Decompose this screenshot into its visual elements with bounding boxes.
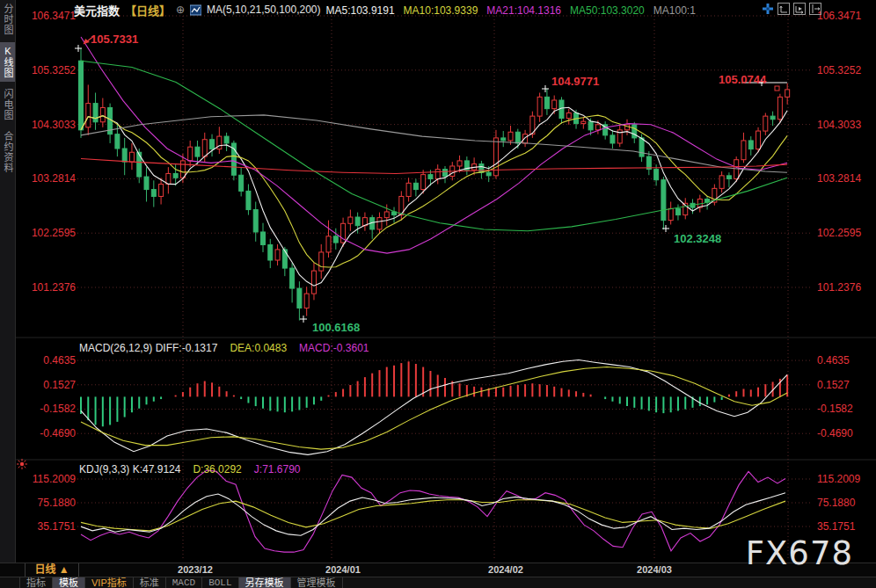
ma50-line bbox=[81, 61, 787, 231]
toolbar-item-5[interactable]: BOLL bbox=[201, 577, 237, 588]
annotation-1: 104.9771 bbox=[551, 75, 599, 88]
axis-label: 35.1751 bbox=[38, 520, 77, 533]
kdj-header-part-2: J:71.6790 bbox=[254, 463, 301, 475]
ma-value-4: MA100:1 bbox=[653, 4, 696, 17]
j-line bbox=[81, 470, 785, 552]
period-selector[interactable]: 日线 ▲ bbox=[25, 563, 79, 577]
ma-value-1: MA10:103.9339 bbox=[404, 4, 478, 17]
toolbar-item-4[interactable]: MACD bbox=[165, 577, 201, 588]
symbol-title: 美元指数 bbox=[74, 2, 120, 18]
axis-label: 101.2376 bbox=[32, 281, 76, 294]
expand-icon[interactable]: ⊕ bbox=[176, 4, 185, 16]
axis-label: 103.2814 bbox=[817, 172, 861, 185]
toolbar-item-0[interactable]: 指标 bbox=[19, 577, 52, 588]
axis-label: 105.3252 bbox=[32, 64, 76, 76]
macd-histogram bbox=[81, 361, 787, 426]
ma5-line bbox=[81, 107, 787, 286]
ma-value-0: MA5:103.9191 bbox=[326, 4, 395, 17]
ma-value-2: MA21:104.1316 bbox=[486, 4, 561, 17]
axis-label: -0.4690 bbox=[40, 427, 76, 439]
bottom-toolbar: 指标模板VIP指标标准MACDBOLL另存模板管理模板 bbox=[0, 577, 876, 588]
macd-header-part-0: MACD(26,12,9) DIFF:-0.1317 bbox=[79, 342, 217, 354]
kdj-indicator-header[interactable]: KDJ(9,3,3) K:47.9124D:36.0292J:71.6790 bbox=[79, 463, 301, 475]
time-axis-row: 日线 ▲ 2023/122024/012024/022024/03 bbox=[0, 563, 876, 577]
axis-label: 102.2595 bbox=[817, 227, 861, 239]
date-label-3: 2024/03 bbox=[619, 563, 690, 577]
chart-header: 美元指数【日线】 ⊕ MA(5,10,21,50,100,200) MA5:10… bbox=[74, 2, 704, 18]
diff-line bbox=[81, 360, 787, 455]
ma-settings-label[interactable]: MA(5,10,21,50,100,200) bbox=[207, 4, 320, 16]
axis-label: -0.1582 bbox=[40, 403, 76, 415]
ma100-line bbox=[81, 115, 787, 172]
fx678-watermark: FX678 bbox=[746, 534, 853, 572]
sidebar-tab-0[interactable]: 分时图 bbox=[0, 0, 15, 39]
annotation-2: 105.0744 bbox=[719, 73, 767, 86]
k-line bbox=[81, 493, 785, 536]
pane-shift-icon[interactable] bbox=[809, 3, 821, 15]
toolbar-item-1[interactable]: 模板 bbox=[52, 577, 84, 588]
annotation-4: 100.6168 bbox=[312, 321, 360, 334]
sidebar-tab-3[interactable]: 合约资料 bbox=[0, 127, 15, 177]
axis-scale-right-icon[interactable] bbox=[793, 3, 806, 15]
axis-label: 103.2814 bbox=[32, 172, 76, 185]
dea-line bbox=[81, 367, 787, 450]
axis-label: 102.2595 bbox=[32, 227, 76, 239]
axis-label: 104.3033 bbox=[817, 119, 861, 131]
macd-header-part-1: DEA:0.0483 bbox=[230, 342, 287, 354]
period-tag: 【日线】 bbox=[125, 2, 171, 18]
date-label-1: 2024/01 bbox=[308, 563, 378, 577]
axis-label: 75.1880 bbox=[817, 497, 856, 509]
axis-label: -0.1582 bbox=[817, 403, 853, 415]
axis-label: 105.3252 bbox=[817, 64, 861, 76]
date-label-0: 2023/12 bbox=[160, 563, 230, 577]
macd-lines bbox=[81, 360, 787, 455]
ma21-line bbox=[81, 37, 787, 253]
sidebar-chart-type: 分时图K线图闪电图合约资料 bbox=[0, 0, 16, 563]
macd-header-part-2: MACD:-0.3601 bbox=[299, 342, 369, 354]
chart-tool-icons bbox=[762, 3, 821, 15]
axis-label: -0.4690 bbox=[817, 427, 853, 439]
candlestick-series bbox=[79, 48, 790, 320]
alert-icon[interactable] bbox=[17, 459, 27, 469]
toolbar-item-7[interactable]: 管理模板 bbox=[290, 577, 343, 588]
axis-label: 0.4635 bbox=[817, 354, 850, 367]
axis-label: 115.2009 bbox=[817, 473, 860, 485]
annotation-0: 105.7331 bbox=[91, 33, 138, 46]
sidebar-tab-1[interactable]: K线图 bbox=[0, 42, 15, 82]
axis-label: 35.1751 bbox=[817, 520, 856, 533]
sidebar-tab-2[interactable]: 闪电图 bbox=[0, 85, 15, 124]
axis-label: 106.3471 bbox=[817, 10, 861, 22]
ma-value-3: MA50:103.3020 bbox=[570, 4, 645, 17]
axis-scale-up-icon[interactable] bbox=[777, 3, 790, 15]
axis-label: 75.1880 bbox=[38, 497, 77, 509]
toolbar-item-2[interactable]: VIP指标 bbox=[84, 577, 133, 588]
axis-label: 104.3033 bbox=[32, 119, 76, 131]
axis-label: 0.1527 bbox=[43, 379, 76, 391]
axis-label: 101.2376 bbox=[817, 281, 861, 294]
axis-label: 0.4635 bbox=[43, 354, 76, 367]
macd-indicator-header[interactable]: MACD(26,12,9) DIFF:-0.1317DEA:0.0483MACD… bbox=[79, 342, 369, 354]
axis-label: 106.3471 bbox=[32, 10, 76, 22]
axis-label: 0.1527 bbox=[817, 379, 850, 391]
kdj-header-part-1: D:36.0292 bbox=[193, 463, 241, 475]
ma-values: MA5:103.9191MA10:103.9339MA21:104.1316MA… bbox=[326, 2, 704, 18]
mini-chart-icon[interactable] bbox=[190, 4, 201, 16]
chart-canvas[interactable]: 106.3471106.3471105.3252105.3252104.3033… bbox=[0, 0, 876, 588]
toolbar-item-6[interactable]: 另存模板 bbox=[238, 577, 290, 588]
date-label-2: 2024/02 bbox=[471, 563, 541, 577]
annotation-3: 102.3248 bbox=[674, 232, 721, 245]
toolbar-item-3[interactable]: 标准 bbox=[133, 577, 165, 588]
kdj-lines bbox=[81, 470, 785, 552]
crosshair-cursor-icon[interactable] bbox=[762, 3, 774, 15]
axis-label: 115.2009 bbox=[33, 473, 76, 485]
ma-lines bbox=[81, 37, 787, 286]
kdj-header-part-0: KDJ(9,3,3) K:47.9124 bbox=[79, 463, 180, 475]
trading-app-window: 106.3471106.3471105.3252105.3252104.3033… bbox=[0, 0, 876, 588]
